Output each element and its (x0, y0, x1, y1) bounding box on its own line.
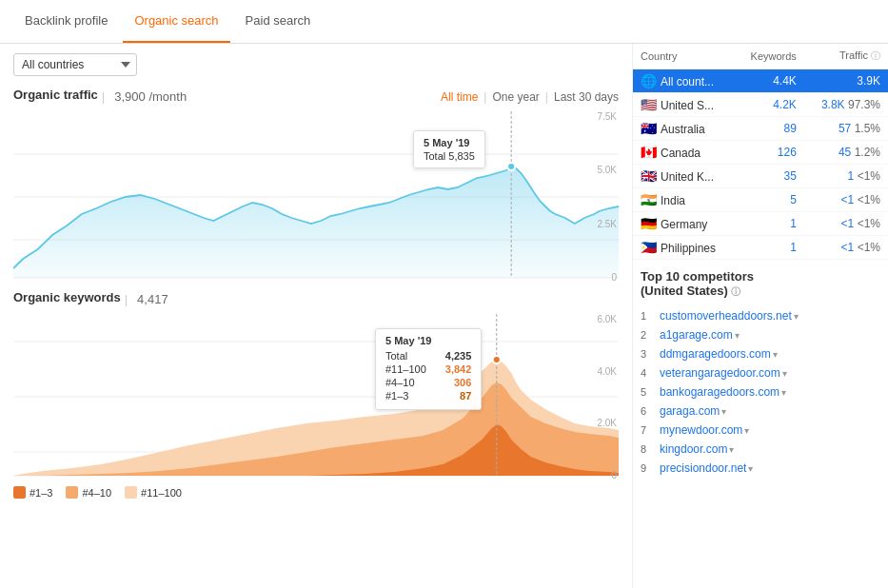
comp-num-3: 4 (641, 367, 660, 379)
traffic-cell-5: <1 <1% (804, 188, 888, 212)
legend-cb-4-10[interactable] (66, 486, 78, 499)
country-row-5[interactable]: 🇮🇳India5<1 <1% (633, 188, 888, 212)
tab-paid[interactable]: Paid search (234, 0, 323, 43)
comp-link-3[interactable]: veterangaragedoor.com (660, 366, 780, 380)
top-nav: Backlink profile Organic search Paid sea… (0, 0, 888, 44)
comp-arrow-8: ▾ (748, 463, 753, 474)
comp-arrow-5: ▾ (721, 406, 726, 417)
competitors-section: Top 10 competitors(United States) ⓘ 1 cu… (633, 260, 888, 487)
keywords-cell-0: 4.4K (735, 69, 804, 93)
country-select[interactable]: All countries United States Australia Ca… (13, 53, 137, 76)
comp-link-2[interactable]: ddmgaragedoors.com (660, 347, 771, 361)
comp-arrow-7: ▾ (729, 444, 734, 455)
competitor-item-2: 3 ddmgaragedoors.com ▾ (641, 344, 880, 363)
legend-label-1-3: #1–3 (30, 487, 52, 499)
keywords-value: 4,417 (137, 292, 168, 306)
time-one-year[interactable]: One year (492, 90, 539, 104)
comp-link-0[interactable]: customoverheaddoors.net (660, 309, 792, 323)
competitor-item-7: 8 kingdoor.com ▾ (641, 440, 880, 459)
traffic-chart-wrap: 7.5K 5.0K 2.5K 0 5 May '19 Total 5,835 (13, 111, 619, 283)
tab-organic[interactable]: Organic search (123, 0, 229, 43)
country-row-7[interactable]: 🇵🇭Philippines1<1 <1% (633, 236, 888, 260)
comp-arrow-3: ▾ (782, 368, 787, 379)
svg-point-11 (493, 356, 501, 363)
filter-row: All countries United States Australia Ca… (13, 53, 619, 76)
traffic-cell-3: 45 1.2% (804, 141, 888, 165)
comp-link-7[interactable]: kingdoor.com (660, 442, 727, 456)
comp-link-4[interactable]: bankogaragedoors.com (660, 385, 779, 399)
competitor-item-1: 2 a1garage.com ▾ (641, 325, 880, 344)
country-cell-5: 🇮🇳India (633, 188, 735, 212)
keywords-chart-wrap: 6.0K 4.0K 2.0K 0 5 May '19 Total 4,235 (13, 314, 619, 480)
country-row-2[interactable]: 🇦🇺Australia8957 1.5% (633, 117, 888, 141)
traffic-cell-4: 1 <1% (804, 165, 888, 188)
comp-num-2: 3 (641, 348, 660, 360)
keywords-label: Organic keywords (13, 290, 121, 304)
comp-link-5[interactable]: garaga.com (660, 404, 720, 418)
col-keywords: Keywords (735, 44, 804, 69)
comp-arrow-1: ▾ (735, 330, 740, 341)
comp-arrow-4: ▾ (781, 387, 786, 398)
competitor-item-0: 1 customoverheaddoors.net ▾ (641, 306, 880, 325)
country-cell-1: 🇺🇸United S... (633, 93, 735, 117)
left-panel: All countries United States Australia Ca… (0, 44, 633, 588)
tab-backlink[interactable]: Backlink profile (13, 0, 119, 43)
country-cell-4: 🇬🇧United K... (633, 165, 735, 188)
competitor-item-8: 9 precisiondoor.net ▾ (641, 459, 880, 478)
country-cell-7: 🇵🇭Philippines (633, 236, 735, 260)
country-row-4[interactable]: 🇬🇧United K...351 <1% (633, 165, 888, 188)
comp-num-5: 6 (641, 405, 660, 417)
traffic-chart: 7.5K 5.0K 2.5K 0 5 May '19 Total 5,835 (13, 111, 619, 283)
comp-num-0: 1 (641, 310, 660, 322)
legend-4-10: #4–10 (66, 486, 111, 499)
traffic-cell-0: 3.9K (804, 69, 888, 93)
traffic-value: 3,900 /month (114, 89, 187, 104)
comp-num-8: 9 (641, 462, 660, 474)
traffic-header: Organic traffic | 3,900 /month All time … (13, 88, 619, 106)
time-filter: All time | One year | Last 30 days (441, 90, 619, 104)
comp-arrow-2: ▾ (773, 349, 778, 360)
comp-arrow-6: ▾ (744, 425, 749, 436)
keywords-cell-1: 4.2K (735, 93, 804, 117)
keywords-cell-7: 1 (735, 236, 804, 260)
separator-dot: | (102, 89, 105, 104)
keywords-svg (13, 314, 619, 480)
competitor-item-4: 5 bankogaragedoors.com ▾ (641, 382, 880, 402)
country-cell-0: 🌐All count... (633, 69, 735, 93)
competitor-item-5: 6 garaga.com ▾ (641, 402, 880, 421)
country-cell-6: 🇩🇪Germany (633, 212, 735, 236)
legend-cb-11-100[interactable] (125, 486, 137, 499)
comp-link-6[interactable]: mynewdoor.com (660, 423, 742, 437)
time-30days[interactable]: Last 30 days (554, 90, 619, 104)
country-row-0[interactable]: 🌐All count...4.4K3.9K (633, 69, 888, 93)
countries-table: Country Keywords Traffic ⓘ 🌐All count...… (633, 44, 888, 260)
country-row-6[interactable]: 🇩🇪Germany1<1 <1% (633, 212, 888, 236)
traffic-cell-7: <1 <1% (804, 236, 888, 260)
traffic-label: Organic traffic (13, 88, 98, 102)
keywords-section: Organic keywords | 4,417 (13, 290, 619, 499)
kw-sep: | (125, 292, 128, 306)
keywords-chart: 6.0K 4.0K 2.0K 0 5 May '19 Total 4,235 (13, 314, 619, 480)
comp-link-8[interactable]: precisiondoor.net (660, 461, 746, 475)
legend-cb-1-3[interactable] (13, 486, 26, 499)
comp-num-4: 5 (641, 386, 660, 398)
keywords-legend: #1–3 #4–10 #11–100 (13, 486, 619, 499)
comp-arrow-0: ▾ (794, 311, 799, 322)
country-row-3[interactable]: 🇨🇦Canada12645 1.2% (633, 141, 888, 165)
traffic-cell-2: 57 1.5% (804, 117, 888, 141)
country-row-1[interactable]: 🇺🇸United S...4.2K3.8K 97.3% (633, 93, 888, 117)
traffic-cell-6: <1 <1% (804, 212, 888, 236)
traffic-cell-1: 3.8K 97.3% (804, 93, 888, 117)
keywords-cell-6: 1 (735, 212, 804, 236)
keywords-cell-5: 5 (735, 188, 804, 212)
keywords-cell-3: 126 (735, 141, 804, 165)
comp-num-7: 8 (641, 443, 660, 455)
keywords-header: Organic keywords | 4,417 (13, 290, 619, 308)
keywords-cell-2: 89 (735, 117, 804, 141)
competitors-list: 1 customoverheaddoors.net ▾ 2 a1garage.c… (641, 306, 880, 478)
comp-num-1: 2 (641, 329, 660, 341)
time-all[interactable]: All time (441, 90, 478, 104)
col-country: Country (633, 44, 735, 69)
svg-point-5 (507, 163, 515, 170)
comp-link-1[interactable]: a1garage.com (660, 328, 733, 342)
